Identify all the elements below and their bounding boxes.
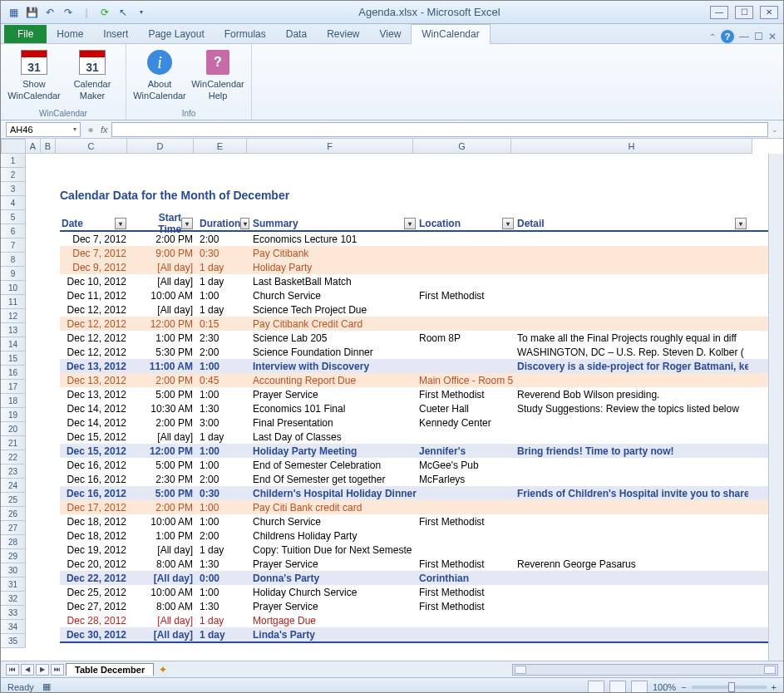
zoom-out-button[interactable]: − [681,682,686,692]
row-header-32[interactable]: 32 [1,592,26,606]
row-header-35[interactable]: 35 [1,634,26,648]
cell-time[interactable]: 8:00 AM [131,601,198,612]
maximize-button[interactable]: ☐ [735,6,753,19]
save-icon[interactable]: 💾 [24,5,39,20]
cell-time[interactable]: [All day] [131,262,198,273]
col-dur-header[interactable]: Duration▾ [198,217,251,230]
cell-sum[interactable]: Science Tech Project Due [251,304,417,316]
cell-sum[interactable]: Final Presentation [251,417,417,429]
cell-time[interactable]: 5:00 PM [131,488,198,499]
cell-date[interactable]: Dec 12, 2012 [60,332,131,344]
row-header-14[interactable]: 14 [1,337,26,351]
cell-dur[interactable]: 1:00 [198,516,251,528]
cell-time[interactable]: [All day] [131,431,198,443]
sheet-tab[interactable]: Table December [66,663,154,676]
cell-time[interactable]: 5:30 PM [131,346,198,358]
page-break-view-button[interactable] [631,681,648,694]
cell-sum[interactable]: Pay Citibank Credit Card [251,318,417,330]
cell-date[interactable]: Dec 16, 2012 [60,488,131,499]
row-header-1[interactable]: 1 [1,154,26,168]
row-header-9[interactable]: 9 [1,267,26,281]
cell-date[interactable]: Dec 12, 2012 [60,304,131,316]
cell-date[interactable]: Dec 13, 2012 [60,361,131,372]
cell-loc[interactable]: McGee's Pub [417,460,515,471]
cell-dur[interactable]: 1:30 [198,558,251,570]
about-wincalendar-button[interactable]: i About WinCalendar [135,47,185,109]
cell-dur[interactable]: 2:30 [198,332,251,344]
doc-min-icon[interactable]: — [739,31,749,42]
table-row[interactable]: Dec 18, 20121:00 PM2:00Childrens Holiday… [60,528,783,543]
data-tab[interactable]: Data [276,25,317,43]
first-sheet-button[interactable]: ⏮ [6,664,19,676]
cell-time[interactable]: 8:00 AM [131,558,198,570]
cell-time[interactable]: [All day] [131,573,198,584]
cell-loc[interactable]: First Methodist [417,558,515,570]
row-header-15[interactable]: 15 [1,351,26,366]
row-header-6[interactable]: 6 [1,224,26,238]
cell-loc[interactable]: First Methodist [417,601,515,612]
cell-sum[interactable]: Mortgage Due [251,615,417,627]
cell-date[interactable]: Dec 11, 2012 [60,290,131,302]
wincalendar-help-button[interactable]: ? WinCalendar Help [193,47,243,109]
cell-dur[interactable]: 1:30 [198,601,251,612]
zoom-level[interactable]: 100% [653,682,676,692]
cell-date[interactable]: Dec 22, 2012 [60,573,131,584]
row-header-25[interactable]: 25 [1,493,26,507]
formulas-tab[interactable]: Formulas [214,25,276,43]
vertical-scrollbar[interactable] [768,154,783,661]
cell-sum[interactable]: Pay Citibank [251,248,417,259]
cell-sum[interactable]: Science Foundation Dinner [251,346,417,358]
row-header-26[interactable]: 26 [1,507,26,521]
cell-time[interactable]: 2:00 PM [131,375,198,386]
redo-icon[interactable]: ↷ [61,5,76,20]
cell-sum[interactable]: Prayer Service [251,389,417,401]
cell-det[interactable]: Reverenn George Pasarus [515,558,748,570]
cell-time[interactable]: 10:00 AM [131,290,198,302]
cell-dur[interactable]: 0:30 [198,248,251,259]
cell-loc[interactable]: First Methodist [417,587,515,598]
table-row[interactable]: Dec 9, 2012[All day]1 dayHoliday Party [60,260,783,274]
row-header-18[interactable]: 18 [1,394,26,408]
row-header-16[interactable]: 16 [1,366,26,380]
cell-date[interactable]: Dec 12, 2012 [60,318,131,330]
last-sheet-button[interactable]: ⏭ [51,664,64,676]
col-time-header[interactable]: Start Time▾ [131,217,198,230]
cell-sum[interactable]: Childern's Hospital Holiday Dinner [251,488,417,499]
table-row[interactable]: Dec 17, 20122:00 PM1:00Pay Citi Bank cre… [60,500,783,514]
row-header-4[interactable]: 4 [1,196,26,210]
row-header-3[interactable]: 3 [1,182,26,196]
cell-sum[interactable]: Last BasketBall Match [251,276,417,288]
col-header-A[interactable]: A [26,139,41,154]
row-header-7[interactable]: 7 [1,238,26,253]
cell-time[interactable]: 10:00 AM [131,516,198,528]
cell-date[interactable]: Dec 7, 2012 [60,233,131,245]
row-header-31[interactable]: 31 [1,578,26,592]
filter-icon[interactable]: ▾ [115,218,126,229]
next-sheet-button[interactable]: ▶ [36,664,49,676]
pagelayout-tab[interactable]: Page Layout [138,25,214,43]
help-icon[interactable]: ? [721,30,734,43]
row-header-29[interactable]: 29 [1,549,26,563]
cell-sum[interactable]: Economics 101 Final [251,403,417,415]
row-header-11[interactable]: 11 [1,295,26,309]
cell-sum[interactable]: Holiday Party Meeting [251,445,417,457]
fx-label[interactable]: fx [101,125,108,135]
table-row[interactable]: Dec 28, 2012[All day]1 dayMortgage Due [60,613,783,627]
cell-date[interactable]: Dec 27, 2012 [60,601,131,612]
cell-loc[interactable]: Room 8P [417,332,515,344]
review-tab[interactable]: Review [317,25,369,43]
filter-icon[interactable]: ▾ [181,218,193,229]
cell-dur[interactable]: 2:00 [198,474,251,485]
cursor-icon[interactable]: ↖ [116,5,131,20]
formula-input[interactable] [111,122,768,137]
doc-close-icon[interactable]: ✕ [768,31,777,42]
normal-view-button[interactable] [588,681,604,694]
macro-icon[interactable]: ▦ [42,681,51,692]
cell-time[interactable]: 10:30 AM [131,403,198,415]
col-header-H[interactable]: H [511,139,752,154]
cell-det[interactable]: Reverend Bob Wilson presiding. [515,389,748,401]
cell-date[interactable]: Dec 16, 2012 [60,460,131,471]
table-row[interactable]: Dec 14, 20122:00 PM3:00Final Presentatio… [60,415,783,430]
table-row[interactable]: Dec 25, 201210:00 AM1:00Holiday Church S… [60,585,783,599]
cell-date[interactable]: Dec 18, 2012 [60,516,131,528]
